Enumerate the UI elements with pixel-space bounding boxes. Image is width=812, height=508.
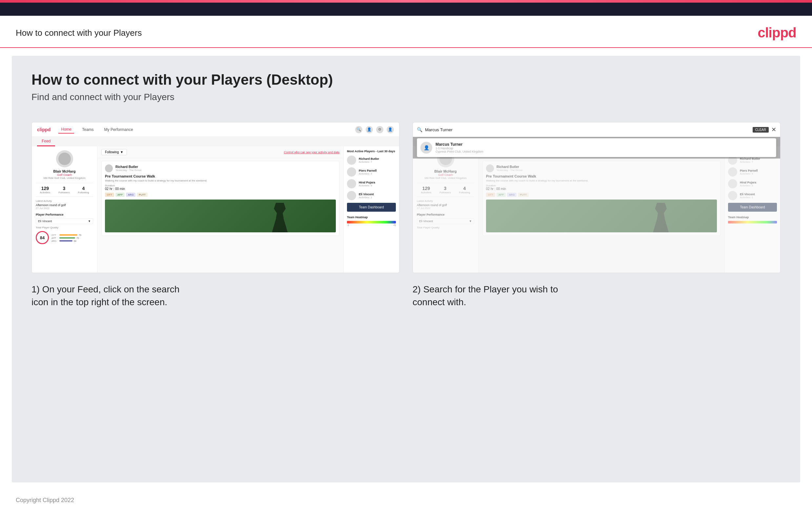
quality-bar-arg: ARG 64 — [51, 240, 81, 242]
player-info-0: Richard Butler Activities: 7 — [359, 157, 379, 163]
act-img-2 — [486, 200, 717, 232]
activity-person-avatar — [105, 164, 113, 172]
header: How to connect with your Players clippd — [0, 16, 812, 48]
player-select[interactable]: Eli Vincent ▼ — [36, 218, 93, 224]
search-icon[interactable]: 🔍 — [355, 126, 363, 133]
player-activities-2: Activities: 3 — [359, 184, 375, 187]
app-body-1: Blair McHarg Golf Coach Mill Ride Golf C… — [32, 146, 399, 273]
top-bar-gradient — [0, 0, 812, 3]
act-where-2: Yesterday · The Grove — [496, 169, 523, 172]
pi-2-2: Hiral Pujara Activities: 3 — [740, 181, 756, 187]
stat-act-num-2: 129 — [421, 186, 432, 191]
td-btn-2: Team Dashboard — [728, 203, 777, 212]
ott-bar — [59, 234, 78, 236]
quality-label: Total Player Quality — [36, 226, 93, 229]
following-text: Following — [105, 150, 119, 154]
stat-followers-num: 3 — [58, 186, 69, 191]
pli-3-2: Eli Vincent Activities: 1 — [728, 191, 777, 200]
quality-bar-app: APP 70 — [51, 237, 81, 239]
player-list-item-2: Hiral Pujara Activities: 3 — [347, 179, 396, 188]
left-panel-2: Blair McHarg Golf Coach Mill Ride Golf C… — [413, 146, 478, 273]
pn-1-2: Piers Parnell — [740, 169, 758, 172]
activity-when: Yesterday · The Grove — [115, 169, 142, 172]
team-dashboard-button[interactable]: Team Dashboard — [347, 203, 396, 212]
rp-2: Most Active Players - Last 30 days Richa… — [724, 146, 780, 273]
following-button[interactable]: Following ▼ — [101, 149, 127, 155]
pn-3-2: Eli Vincent — [740, 193, 755, 196]
stat-following-num: 4 — [78, 186, 89, 191]
hm-bar-2 — [728, 221, 777, 223]
nav-icons: 🔍 👤 ⚙ 👤 — [355, 126, 394, 133]
dropdown-chevron-icon: ▼ — [88, 219, 91, 223]
settings-icon[interactable]: ⚙ — [376, 126, 383, 133]
stat-fol-lbl-2: Followers — [439, 191, 450, 194]
stats-row-2: 129 Activities 3 Followers 4 Following — [417, 183, 474, 197]
nav-link-teams[interactable]: Teams — [79, 126, 96, 133]
tag-app: APP — [115, 193, 125, 197]
caption-area-2: 2) Search for the Player you wish toconn… — [413, 273, 780, 308]
close-button[interactable]: ✕ — [771, 126, 776, 133]
stat-activities-num: 129 — [40, 186, 50, 191]
arg-val: 64 — [74, 240, 77, 242]
stat-fing-lbl-2: Following — [459, 191, 470, 194]
stat-followers-label: Followers — [58, 191, 69, 194]
tag-app-2: APP — [496, 193, 506, 197]
dropdown-icon: ▼ — [120, 150, 123, 154]
pli-2-2: Hiral Pujara Activities: 3 — [728, 179, 777, 188]
activity-person-name: Richard Butler — [115, 165, 142, 169]
pma-1-2 — [728, 167, 737, 176]
chev-2: ▼ — [469, 219, 472, 223]
profile-area: Blair McHarg Golf Coach Mill Ride Golf C… — [36, 150, 93, 183]
act-person-2: Richard Butler — [496, 165, 523, 169]
profile-club: Mill Ride Golf Club, United Kingdom — [36, 176, 93, 179]
profile-name-2: Blair McHarg — [417, 169, 474, 173]
footer: Copyright Clippd 2022 — [0, 490, 812, 508]
app-logo: clippd — [37, 127, 50, 132]
screenshot-col-2: clippd Home Teams My Performance Feed — [413, 122, 780, 308]
feed-tab[interactable]: Feed — [37, 137, 55, 146]
pi-3-2: Eli Vincent Activities: 1 — [740, 193, 755, 199]
search-result-dropdown[interactable]: 👤 Marcus Turner 1-5 Handicap Cypress Poi… — [417, 138, 776, 157]
control-link[interactable]: Control who can see your activity and da… — [284, 151, 339, 154]
score-circle: 84 — [36, 231, 49, 244]
latest-name-2: Afternoon round of golf — [417, 204, 474, 207]
player-info-3: Eli Vincent Activities: 1 — [359, 193, 374, 199]
search-input-area: 🔍 Marcus Turner — [417, 127, 750, 132]
latest-date-2: 27 Jul 2022 — [417, 207, 474, 210]
pma-3-2 — [728, 191, 737, 200]
act-card-2: Richard Butler Yesterday · The Grove Pre… — [482, 161, 720, 236]
act-top-2: Richard Butler Yesterday · The Grove — [486, 164, 717, 172]
quality-bars: OTT 79 APP 70 — [51, 234, 81, 243]
nav-link-performance[interactable]: My Performance — [102, 126, 136, 133]
player-performance-title: Player Performance — [36, 213, 93, 216]
player-name-1: Piers Parnell — [359, 169, 377, 172]
caption-area-1: 1) On your Feed, click on the searchicon… — [32, 273, 399, 308]
result-info: Marcus Turner 1-5 Handicap Cypress Point… — [435, 142, 483, 153]
heatmap-scale-low: -5 — [347, 224, 349, 226]
clear-button[interactable]: CLEAR — [753, 127, 769, 133]
tag-ott-2: OTT — [486, 193, 495, 197]
player-info-1: Piers Parnell Activities: 4 — [359, 169, 377, 175]
pa-2-2: Activities: 3 — [740, 184, 756, 187]
activity-desc: Walking the course with my coach to buil… — [105, 179, 336, 182]
player-info-2: Hiral Pujara Activities: 3 — [359, 181, 375, 187]
team-heatmap-title: Team Heatmap — [347, 216, 396, 219]
activity-person-info: Richard Butler Yesterday · The Grove — [115, 165, 142, 172]
pi-1-2: Piers Parnell Activities: 4 — [740, 169, 758, 175]
search-overlay: 🔍 Marcus Turner CLEAR ✕ 👤 Marcus Turner … — [413, 122, 780, 159]
player-avatar-0 — [347, 156, 356, 165]
middle-panel-1: Following ▼ Control who can see your act… — [97, 146, 343, 273]
nav-link-home[interactable]: Home — [58, 126, 74, 134]
stat-following-label: Following — [78, 191, 89, 194]
app-screenshot-1: clippd Home Teams My Performance 🔍 👤 ⚙ 👤… — [32, 122, 399, 273]
player-perf-title-2: Player Performance — [417, 213, 474, 216]
profile-icon[interactable]: 👤 — [366, 126, 373, 133]
tag-putt: PUTT — [137, 193, 148, 197]
app-bar — [59, 237, 75, 239]
act-title-2: Pre Tournament Course Walk — [486, 174, 717, 178]
result-name: Marcus Turner — [435, 142, 483, 147]
search-text[interactable]: Marcus Turner — [425, 127, 452, 132]
tag-row-2: OTT APP ARG PUTT — [486, 193, 717, 197]
tag-row: OTT APP ARG PUTT — [105, 193, 336, 197]
avatar-icon[interactable]: 👤 — [387, 126, 394, 133]
